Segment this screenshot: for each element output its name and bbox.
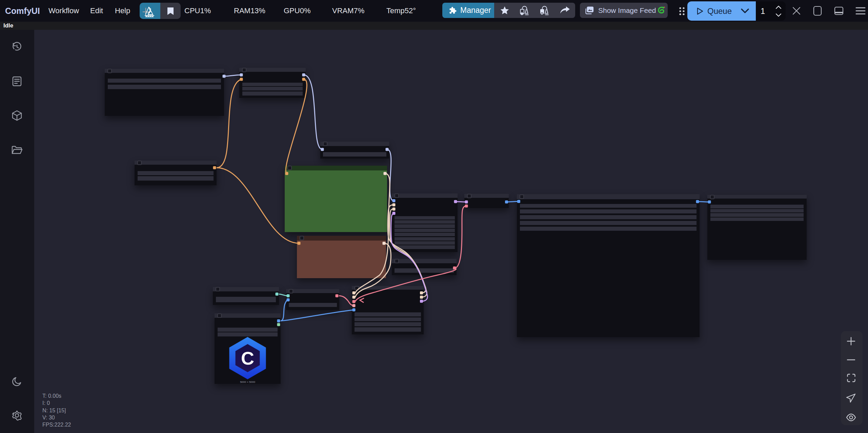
svg-text:5000 × 5000: 5000 × 5000 — [240, 380, 255, 384]
svg-text:C: C — [241, 348, 254, 368]
